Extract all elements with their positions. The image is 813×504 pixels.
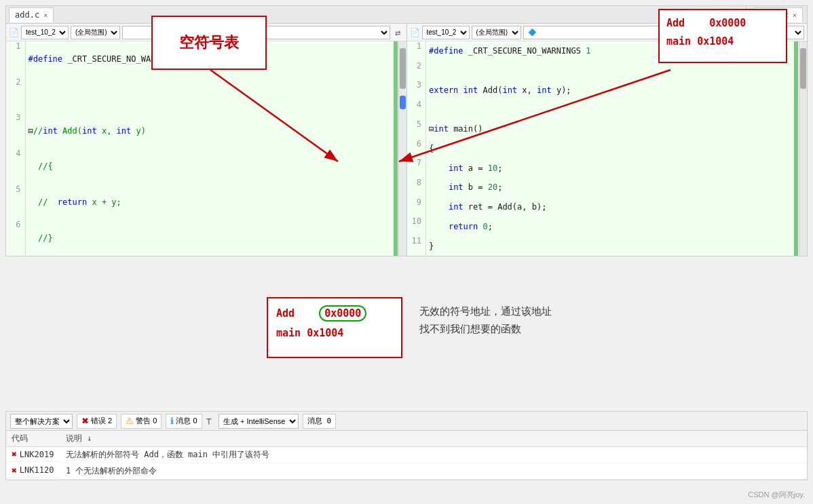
- tab-test-c[interactable]: test.c ×: [753, 7, 803, 22]
- left-code-row: 6 //}: [6, 220, 398, 256]
- left-func-select[interactable]: [122, 26, 390, 39]
- error-row-code: ✖LNK1120: [6, 463, 60, 478]
- filter-icon[interactable]: ⊤: [206, 416, 212, 427]
- left-code-table: 1#define _CRT_SECURE_NO_WARNINGS 123⊟//i…: [6, 41, 398, 256]
- line-code: // return x + y;: [25, 185, 398, 220]
- warn-label: 警告 0: [136, 416, 157, 426]
- line-number: 2: [6, 77, 25, 113]
- right-code-row: 1#define _CRT_SECURE_NO_WARNINGS 1: [407, 41, 799, 61]
- line-code: [426, 61, 799, 81]
- split-icon[interactable]: ⇄: [392, 27, 403, 38]
- line-code: ⊟//int Add(int x, int y): [25, 113, 398, 149]
- right-func-select[interactable]: 🔷: [523, 26, 805, 39]
- right-project-select[interactable]: test_10_2: [422, 26, 470, 39]
- left-code-row: 3⊟//int Add(int x, int y): [6, 113, 398, 149]
- warn-icon: ⚠: [126, 416, 134, 426]
- error-row-code: ✖LNK2019: [6, 447, 60, 462]
- bottom-addr-line2: main 0x1004: [276, 327, 343, 339]
- line-code: [426, 100, 799, 119]
- error-icon: ✖: [81, 416, 89, 426]
- line-code: #define _CRT_SECURE_NO_WARNINGS 1: [426, 41, 799, 61]
- error-button[interactable]: ✖ 错误 2: [77, 414, 117, 429]
- right-code-table: 1#define _CRT_SECURE_NO_WARNINGS 123exte…: [407, 41, 799, 256]
- bottom-annotation-area: Add 0x0000 main 0x1004 无效的符号地址，通过该地址 找不到…: [5, 256, 808, 426]
- error-label: 错误 2: [91, 416, 112, 426]
- left-code-row: 1#define _CRT_SECURE_NO_WARNINGS 1: [6, 41, 398, 77]
- msg-count: 消息 0: [303, 414, 336, 429]
- addr-highlighted: 0x0000: [319, 305, 366, 322]
- table-row[interactable]: ✖LNK11201 个无法解析的外部命令: [6, 463, 807, 480]
- desc-text: 无效的符号地址，通过该地址 找不到我们想要的函数: [419, 303, 552, 337]
- table-row[interactable]: ✖LNK2019无法解析的外部符号 Add，函数 main 中引用了该符号: [6, 447, 807, 463]
- right-code-row: 2: [407, 61, 799, 81]
- left-pane: 📄 test_10_2 (全局范围) ⇄ 1#define _CRT_SECUR…: [6, 24, 407, 256]
- line-number: 7: [407, 158, 426, 178]
- tab-test-c-label: test.c: [759, 10, 789, 20]
- error-panel: 整个解决方案 ✖ 错误 2 ⚠ 警告 0 ℹ 消息 0 ⊤ 生成 + Intel…: [5, 411, 808, 480]
- tab-test-c-close[interactable]: ×: [793, 12, 797, 19]
- error-table-header: 代码 说明 ↓: [6, 431, 807, 447]
- right-pane-toolbar: 📄 test_10_2 (全局范围) 🔷: [407, 24, 808, 41]
- line-code: ⊟int main(): [426, 119, 799, 139]
- left-code-area: 1#define _CRT_SECURE_NO_WARNINGS 123⊟//i…: [6, 41, 406, 256]
- right-code-row: 4: [407, 100, 799, 119]
- line-number: 1: [407, 41, 426, 61]
- line-number: 6: [6, 220, 25, 256]
- error-table-body: ✖LNK2019无法解析的外部符号 Add，函数 main 中引用了该符号✖LN…: [6, 447, 807, 480]
- right-scrollbar[interactable]: [799, 41, 807, 256]
- line-number: 3: [6, 113, 25, 149]
- dropdown-icon[interactable]: ▾: [730, 10, 734, 19]
- bottom-addr-line1: Add: [276, 307, 319, 319]
- right-code-row: 5⊟int main(): [407, 119, 799, 139]
- line-number: 2: [407, 61, 426, 81]
- col-header-empty: [771, 431, 807, 447]
- right-code-row: 8 int b = 20;: [407, 178, 799, 197]
- left-pane-toolbar: 📄 test_10_2 (全局范围) ⇄: [6, 24, 406, 41]
- split-panes: 📄 test_10_2 (全局范围) ⇄ 1#define _CRT_SECUR…: [6, 24, 807, 256]
- line-number: 3: [407, 80, 426, 100]
- left-scrollbar[interactable]: [398, 41, 406, 256]
- error-table: 代码 说明 ↓ ✖LNK2019无法解析的外部符号 Add，函数 main 中引…: [6, 431, 807, 480]
- line-code: extern int Add(int x, int y);: [426, 80, 799, 100]
- tab-add-c-close[interactable]: ×: [43, 12, 48, 19]
- line-code: {: [426, 139, 799, 159]
- line-number: 6: [407, 139, 426, 159]
- col-header-code: 代码: [6, 431, 60, 447]
- build-select[interactable]: 生成 + IntelliSense: [219, 414, 299, 429]
- right-code-row: 7 int a = 10;: [407, 158, 799, 178]
- line-code: [25, 77, 398, 113]
- info-button[interactable]: ℹ 消息 0: [166, 414, 202, 429]
- left-code-row: 5 // return x + y;: [6, 185, 398, 220]
- line-code: //}: [25, 220, 398, 256]
- watermark: CSDN @阿亮joy.: [748, 490, 805, 500]
- right-scrollbar-thumb: [800, 48, 806, 89]
- info-label: 消息 0: [176, 416, 197, 426]
- left-scope-select[interactable]: (全局范围): [71, 26, 120, 39]
- scope-select[interactable]: 整个解决方案: [10, 414, 73, 429]
- bottom-address-content: Add 0x0000 main 0x1004: [276, 304, 393, 343]
- line-number: 1: [6, 41, 25, 77]
- row-error-icon: ✖: [12, 449, 17, 459]
- right-file-icon: 📄: [410, 28, 420, 37]
- line-number: 8: [407, 178, 426, 197]
- left-scrollbar-thumb: [400, 48, 406, 89]
- line-number: 5: [6, 185, 25, 220]
- line-code: }: [426, 236, 799, 256]
- line-number: 11: [407, 236, 426, 256]
- tab-add-c[interactable]: add.c ×: [9, 7, 54, 22]
- error-toolbar: 整个解决方案 ✖ 错误 2 ⚠ 警告 0 ℹ 消息 0 ⊤ 生成 + Intel…: [6, 412, 807, 431]
- left-project-select[interactable]: test_10_2: [21, 26, 69, 39]
- line-code: int ret = Add(a, b);: [426, 197, 799, 217]
- warn-button[interactable]: ⚠ 警告 0: [121, 414, 162, 429]
- left-scrollbar-blue: [400, 96, 406, 109]
- left-code-row: 2: [6, 77, 398, 113]
- line-code: int b = 20;: [426, 178, 799, 197]
- right-green-indicator: [794, 41, 798, 256]
- col-header-desc: 说明 ↓: [60, 431, 771, 447]
- right-scope-select[interactable]: (全局范围): [472, 26, 521, 39]
- error-row-desc: 无法解析的外部符号 Add，函数 main 中引用了该符号: [60, 447, 771, 463]
- tab-bar: add.c × ▾ ⚙ test.c ×: [6, 6, 807, 24]
- settings-icon[interactable]: ⚙: [736, 10, 741, 20]
- tab-icons: ▾ ⚙: [730, 10, 742, 20]
- right-code-row: 3extern int Add(int x, int y);: [407, 80, 799, 100]
